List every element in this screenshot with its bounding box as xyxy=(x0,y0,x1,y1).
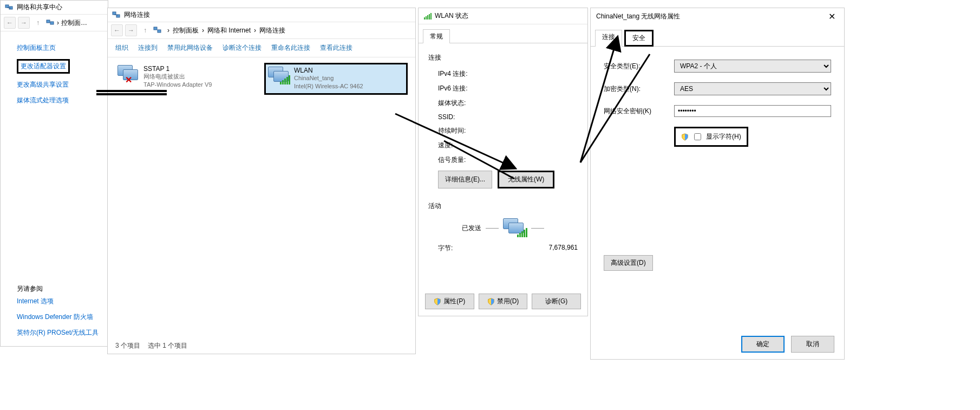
wifi-signal-icon xyxy=(517,228,527,237)
network-center-icon xyxy=(5,3,14,12)
sent-label: 已发送 xyxy=(462,224,481,233)
group-connection: 连接 xyxy=(428,53,578,62)
tb-rename[interactable]: 重命名此连接 xyxy=(271,43,310,53)
svg-rect-5 xyxy=(113,12,116,15)
tab-security[interactable]: 安全 xyxy=(624,30,654,47)
annotation-box: 更改适配器设置 xyxy=(17,59,70,74)
nav-up-button[interactable]: ↑ xyxy=(32,17,44,29)
advanced-settings-button[interactable]: 高级设置(D) xyxy=(604,255,653,271)
row-bytes: 字节: 7,678,961 xyxy=(428,241,578,256)
win3-footer: 属性(P) 禁用(D) 诊断(G) xyxy=(425,294,581,309)
win2-toolbar: 组织 连接到 禁用此网络设备 诊断这个连接 重命名此连接 查看此连接 xyxy=(108,39,415,57)
lbl-key: 网络安全密钥(K) xyxy=(604,107,674,116)
lbl-sectype: 安全类型(E): xyxy=(604,62,674,71)
bytes-sent-value: 7,678,961 xyxy=(549,244,578,253)
sidebar-media-streaming[interactable]: 媒体流式处理选项 xyxy=(17,93,108,108)
computers-icon xyxy=(503,218,527,238)
bc-netinet[interactable]: 网络和 Internet xyxy=(206,26,252,35)
win2-titlebar: 网络连接 xyxy=(108,8,415,22)
win1-nav: ← → ↑ › 控制面… xyxy=(1,14,108,31)
diagnose-button[interactable]: 诊断(G) xyxy=(532,294,581,309)
tb-organize[interactable]: 组织 xyxy=(115,43,128,53)
nav-back-button[interactable]: ← xyxy=(4,17,16,29)
svg-rect-9 xyxy=(158,30,161,32)
win3-title-text: WLAN 状态 xyxy=(435,11,468,21)
row-ssid: SSID: xyxy=(428,110,578,123)
adapter-wlan[interactable]: WLAN ChinaNet_tang Intel(R) Wireless-AC … xyxy=(264,63,408,95)
row-signal: 信号质量: xyxy=(428,153,578,167)
sidebar-advanced-sharing[interactable]: 更改高级共享设置 xyxy=(17,77,108,93)
btn-label: 禁用(D) xyxy=(497,297,519,306)
win3-tabs: 常规 xyxy=(419,24,587,43)
group-activity: 活动 xyxy=(428,201,578,211)
sidebar-home[interactable]: 控制面板主页 xyxy=(17,40,108,56)
encryption-type-select[interactable]: AES xyxy=(674,82,831,95)
win1-breadcrumb[interactable]: 控制面… xyxy=(61,18,87,28)
win3-titlebar: WLAN 状态 xyxy=(419,8,587,24)
tab-connection[interactable]: 连接 xyxy=(595,30,622,47)
win4-body: 安全类型(E): WPA2 - 个人 加密类型(N): AES 网络安全密钥(K… xyxy=(591,47,844,284)
adapter-icon-wifi xyxy=(268,67,290,86)
close-button[interactable]: ✕ xyxy=(825,11,839,22)
bc-cp[interactable]: 控制面板 xyxy=(172,26,200,35)
network-center-icon xyxy=(46,18,55,27)
ok-button[interactable]: 确定 xyxy=(741,336,785,353)
status-selected: 选中 1 个项目 xyxy=(148,341,187,350)
see-also-intel[interactable]: 英特尔(R) PROSet/无线工具 xyxy=(17,325,99,341)
wlan-status-dialog: WLAN 状态 常规 连接 IPv4 连接: IPv6 连接: 媒体状态: SS… xyxy=(418,8,588,316)
adapter-list: ✕ SSTAP 1 网络电缆被拔出 TAP-Windows Adapter V9… xyxy=(108,57,415,100)
btn-label: 属性(P) xyxy=(443,297,465,306)
win4-title-text: ChinaNet_tang 无线网络属性 xyxy=(596,12,680,21)
win1-sidebar: 控制面板主页 更改适配器设置 更改高级共享设置 媒体流式处理选项 xyxy=(1,31,108,108)
show-ch|ars-checkbox[interactable] xyxy=(694,133,701,140)
win2-breadcrumb[interactable]: ›控制面板 ›网络和 Internet ›网络连接 xyxy=(164,26,286,35)
nav-up-button[interactable]: ↑ xyxy=(139,24,151,36)
disable-button[interactable]: 禁用(D) xyxy=(479,294,528,309)
error-x-icon: ✕ xyxy=(125,75,132,85)
win3-button-row: 详细信息(E)... 无线属性(W) xyxy=(428,167,578,192)
adapter-sstap[interactable]: ✕ SSTAP 1 网络电缆被拔出 TAP-Windows Adapter V9 xyxy=(115,63,259,95)
adapter-icon-disconnected: ✕ xyxy=(117,65,139,84)
svg-rect-4 xyxy=(50,22,54,24)
nav-fwd-button[interactable]: → xyxy=(18,17,30,29)
nav-fwd-button[interactable]: → xyxy=(125,24,137,36)
see-also-defender[interactable]: Windows Defender 防火墙 xyxy=(17,309,99,325)
network-connections-icon xyxy=(112,11,121,19)
row-encryption: 加密类型(N): AES xyxy=(604,82,831,95)
network-key-input[interactable] xyxy=(674,105,831,117)
wireless-props-button[interactable]: 无线属性(W) xyxy=(498,171,554,188)
activity-graphic: 已发送 —— —— xyxy=(428,215,578,241)
tb-diagnose[interactable]: 诊断这个连接 xyxy=(223,43,262,53)
adapter-name: SSTAP 1 xyxy=(143,65,212,73)
nav-back-button[interactable]: ← xyxy=(111,24,123,36)
show-chars-row: 显示字符(H) xyxy=(674,127,748,147)
properties-button[interactable]: 属性(P) xyxy=(425,294,474,309)
row-duration: 持续时间: xyxy=(428,123,578,138)
adapter-status: 网络电缆被拔出 xyxy=(143,73,212,81)
wifi-signal-icon xyxy=(280,75,290,84)
tb-connect[interactable]: 连接到 xyxy=(138,43,158,53)
lbl-enc: 加密类型(N): xyxy=(604,84,674,94)
see-also-heading: 另请参阅 xyxy=(17,284,99,294)
details-button[interactable]: 详细信息(E)... xyxy=(438,171,492,188)
win1-bc-sep: › xyxy=(57,19,59,27)
shield-icon xyxy=(434,298,441,305)
tb-view[interactable]: 查看此连接 xyxy=(320,43,352,53)
win4-titlebar: ChinaNet_tang 无线网络属性 ✕ xyxy=(591,8,844,25)
tb-disable[interactable]: 禁用此网络设备 xyxy=(167,43,213,53)
win1-title-text: 网络和共享中心 xyxy=(17,3,62,12)
cancel-button[interactable]: 取消 xyxy=(791,336,834,353)
tab-general[interactable]: 常规 xyxy=(423,29,450,43)
bc-netconn[interactable]: 网络连接 xyxy=(258,26,286,35)
see-also-internet[interactable]: Internet 选项 xyxy=(17,294,99,309)
win2-nav: ← → ↑ ›控制面板 ›网络和 Internet ›网络连接 xyxy=(108,22,415,39)
network-connections-icon xyxy=(153,26,162,35)
security-type-select[interactable]: WPA2 - 个人 xyxy=(674,60,831,73)
adapter-device: TAP-Windows Adapter V9 xyxy=(143,81,212,89)
sidebar-adapter-settings[interactable]: 更改适配器设置 xyxy=(17,56,108,77)
row-ipv4: IPv4 连接: xyxy=(428,67,578,81)
row-security-type: 安全类型(E): WPA2 - 个人 xyxy=(604,60,831,73)
win4-footer: 确定 取消 xyxy=(741,336,834,353)
svg-rect-3 xyxy=(47,20,50,23)
status-count: 3 个项目 xyxy=(115,341,140,350)
